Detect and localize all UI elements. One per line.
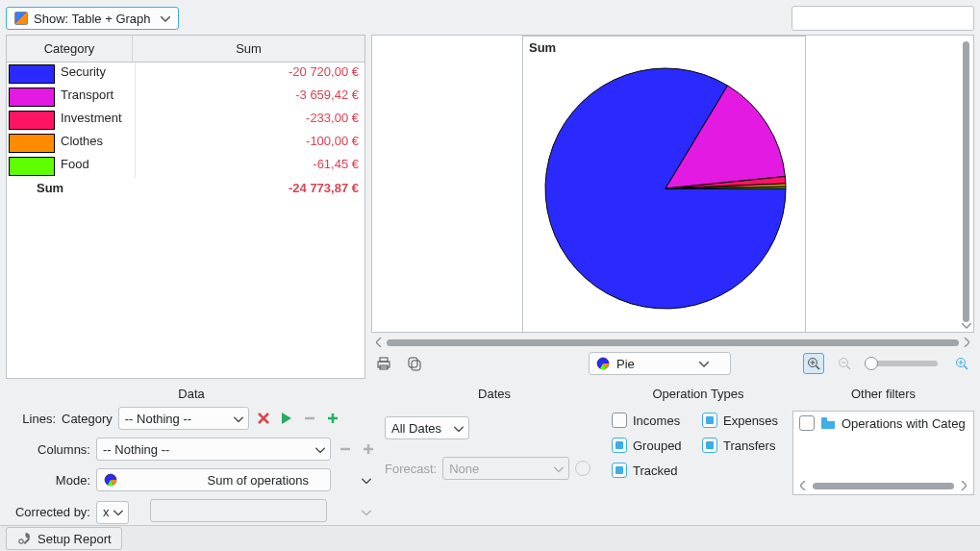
graph-canvas: Sum <box>522 36 806 333</box>
scrollbar-thumb[interactable] <box>387 339 959 346</box>
pie-icon <box>595 356 611 371</box>
category-value: -100,00 € <box>136 132 364 155</box>
table-total-row: Sum -24 773,87 € <box>7 178 364 198</box>
category-value: -3 659,42 € <box>136 86 364 109</box>
setup-report-button[interactable]: Setup Report <box>6 527 122 550</box>
category-name: Clothes <box>61 132 136 155</box>
category-value: -233,00 € <box>136 109 364 132</box>
vertical-scrollbar[interactable] <box>963 41 969 322</box>
run-button[interactable] <box>278 410 295 427</box>
mode-label: Mode: <box>6 473 90 488</box>
table-row[interactable]: Investment -233,00 € <box>7 109 364 132</box>
section-other-filters: Other filters Operations with Categ <box>792 385 974 525</box>
fit-zoom-button[interactable] <box>803 353 824 374</box>
chevron-left-icon[interactable] <box>797 480 809 491</box>
svg-rect-3 <box>409 358 417 367</box>
color-swatch <box>9 88 55 107</box>
lines-add-select[interactable]: -- Nothing -- <box>118 407 249 430</box>
graph-view[interactable]: Sum <box>371 35 974 333</box>
wrench-icon <box>16 531 32 546</box>
section-dates: Dates All Dates Forecast: None <box>385 385 604 525</box>
zoom-out-button[interactable] <box>834 353 855 374</box>
date-range-select[interactable]: All Dates <box>385 416 469 439</box>
columns-label: Columns: <box>6 442 90 457</box>
scrollbar-thumb[interactable] <box>813 483 954 489</box>
copy-button[interactable] <box>404 353 425 374</box>
settings-area: Data Lines: Category -- Nothing -- <box>0 379 980 525</box>
bottom-bar: Setup Report <box>0 525 980 551</box>
other-filters-list: Operations with Categ <box>792 411 974 495</box>
chevron-right-icon[interactable] <box>961 337 972 348</box>
zoom-slider[interactable] <box>865 361 938 366</box>
corrected-value-select[interactable] <box>150 499 327 522</box>
lines-label: Lines: <box>6 412 56 426</box>
category-table: Category Sum Security -20 720,00 € Trans… <box>6 35 365 379</box>
category-value: -20 720,00 € <box>136 63 364 86</box>
corrected-label: Corrected by: <box>6 505 90 519</box>
section-heading: Other filters <box>792 385 974 407</box>
chart-icon <box>14 12 28 25</box>
columns-select[interactable]: -- Nothing -- <box>96 438 331 461</box>
remove-line-button[interactable] <box>255 410 272 427</box>
chevron-down-icon[interactable] <box>962 317 971 332</box>
pie-chart <box>540 63 791 313</box>
app-root: Show: Table + Graph Category Sum Securit… <box>0 0 980 551</box>
check-incomes[interactable]: Incomes <box>612 413 694 428</box>
svg-rect-1 <box>380 358 388 362</box>
other-filter-item[interactable]: Operations with Categ <box>793 412 973 435</box>
color-swatch <box>9 111 55 130</box>
forecast-info-icon <box>575 461 591 476</box>
section-heading: Data <box>6 385 377 407</box>
color-swatch <box>9 64 55 84</box>
svg-rect-24 <box>821 417 827 420</box>
folder-icon <box>820 415 836 431</box>
check-transfers[interactable]: Transfers <box>702 438 785 453</box>
chevron-right-icon[interactable] <box>958 480 969 491</box>
corrected-op-select[interactable]: x <box>96 501 129 524</box>
pie-icon <box>103 472 118 488</box>
section-data: Data Lines: Category -- Nothing -- <box>6 385 377 525</box>
table-row[interactable]: Security -20 720,00 € <box>7 63 364 86</box>
check-expenses[interactable]: Expenses <box>702 413 785 428</box>
filter-checkbox[interactable] <box>799 415 815 431</box>
print-button[interactable] <box>373 353 394 374</box>
show-mode-button[interactable]: Show: Table + Graph <box>6 7 179 30</box>
table-row[interactable]: Food -61,45 € <box>7 155 364 178</box>
chevron-down-icon <box>362 505 371 519</box>
top-toolbar: Show: Table + Graph <box>0 0 980 35</box>
total-value: -24 773,87 € <box>133 181 364 195</box>
chevron-down-icon <box>362 473 371 488</box>
table-row[interactable]: Clothes -100,00 € <box>7 132 364 155</box>
remove-button[interactable] <box>301 410 318 427</box>
slider-thumb[interactable] <box>865 357 878 370</box>
graph-title: Sum <box>529 40 556 55</box>
color-swatch <box>9 134 55 153</box>
graph-type-value: Pie <box>616 357 635 371</box>
col-header-category[interactable]: Category <box>7 36 132 62</box>
other-list-scrollbar[interactable] <box>797 479 969 492</box>
show-mode-label: Show: Table + Graph <box>34 12 151 26</box>
graph-toolbar: Pie <box>371 348 974 379</box>
mode-select[interactable]: Sum of operations <box>96 468 331 491</box>
color-swatch <box>9 157 55 176</box>
col-header-sum[interactable]: Sum <box>132 36 364 62</box>
table-row[interactable]: Transport -3 659,42 € <box>7 86 364 109</box>
add-button[interactable] <box>324 410 341 427</box>
add-column-button[interactable] <box>360 440 377 458</box>
horizontal-scrollbar[interactable] <box>371 333 974 348</box>
table-header: Category Sum <box>7 36 364 63</box>
zoom-in-button[interactable] <box>951 353 972 374</box>
forecast-label: Forecast: <box>385 462 437 476</box>
search-input[interactable] <box>792 6 974 31</box>
check-tracked[interactable]: Tracked <box>612 463 694 478</box>
remove-column-button[interactable] <box>337 440 354 458</box>
section-operation-types: Operation Types Incomes Expenses Grouped… <box>612 385 785 525</box>
check-grouped[interactable]: Grouped <box>612 438 694 453</box>
svg-line-11 <box>847 366 851 370</box>
graph-type-select[interactable]: Pie <box>589 352 731 375</box>
category-name: Food <box>61 155 136 178</box>
chevron-left-icon[interactable] <box>373 337 385 348</box>
table-body: Security -20 720,00 € Transport -3 659,4… <box>7 63 364 378</box>
section-heading: Operation Types <box>612 385 785 407</box>
category-name: Security <box>61 63 136 86</box>
